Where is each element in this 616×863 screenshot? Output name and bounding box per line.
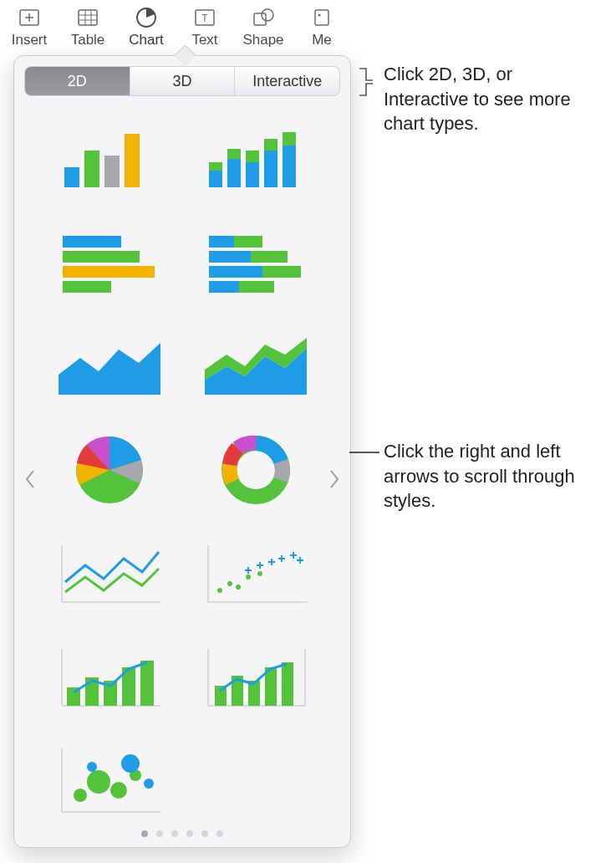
page-dot[interactable]: [156, 830, 163, 837]
text-icon: T: [176, 5, 234, 30]
svg-rect-37: [209, 266, 262, 278]
svg-point-54: [257, 571, 262, 576]
chart-grid: [48, 110, 317, 810]
svg-rect-29: [63, 236, 121, 248]
chart-two-axis[interactable]: [197, 636, 314, 719]
svg-point-50: [217, 588, 222, 593]
chart-popover: 2D 3D Interactive: [13, 55, 351, 848]
page-indicator: [14, 830, 350, 837]
svg-rect-22: [227, 149, 241, 159]
chart-scatter[interactable]: [197, 532, 314, 615]
svg-rect-27: [283, 146, 296, 187]
page-dot[interactable]: [186, 830, 193, 837]
svg-rect-24: [246, 151, 259, 162]
toolbar-shape[interactable]: Shape: [234, 5, 293, 49]
table-icon: [59, 5, 117, 30]
svg-rect-18: [125, 134, 140, 187]
svg-point-51: [227, 581, 232, 586]
svg-rect-13: [315, 10, 328, 25]
chart-bubble[interactable]: [51, 739, 168, 823]
svg-rect-39: [209, 281, 239, 293]
callout-leader-line: [349, 452, 379, 453]
svg-point-86: [110, 782, 127, 799]
toolbar-insert[interactable]: Insert: [0, 5, 59, 49]
chart-pie[interactable]: [51, 428, 168, 512]
svg-rect-20: [209, 162, 222, 171]
chart-line[interactable]: [51, 532, 168, 615]
svg-point-53: [246, 574, 251, 580]
svg-rect-15: [64, 167, 79, 187]
toolbar: Insert Table Chart T Text Shape Me: [0, 0, 359, 52]
toolbar-text[interactable]: T Text: [176, 5, 234, 49]
svg-point-84: [74, 789, 87, 802]
media-icon: [293, 5, 351, 30]
next-style-arrow[interactable]: [322, 454, 347, 504]
svg-rect-25: [264, 151, 277, 187]
tab-3d[interactable]: 3D: [130, 67, 235, 95]
insert-icon: [0, 5, 59, 30]
svg-rect-32: [63, 281, 111, 293]
svg-marker-41: [59, 343, 160, 395]
chart-mixed[interactable]: [51, 636, 168, 719]
page-dot[interactable]: [201, 830, 208, 837]
svg-rect-40: [239, 281, 274, 293]
svg-point-52: [236, 585, 241, 590]
svg-rect-73: [140, 661, 154, 706]
chart-grid-area: [14, 103, 350, 817]
svg-rect-81: [282, 662, 293, 706]
svg-rect-34: [234, 236, 262, 248]
callout-tabs: Click 2D, 3D, or Interactive to see more…: [384, 62, 601, 136]
chart-stacked-area[interactable]: [197, 324, 314, 408]
chart-type-tabs: 2D 3D Interactive: [24, 66, 340, 96]
svg-rect-31: [63, 266, 155, 278]
toolbar-media[interactable]: Me: [293, 5, 351, 49]
callout-arrows: Click the right and left arrows to scrol…: [384, 439, 601, 513]
svg-rect-28: [283, 132, 296, 146]
tab-interactive[interactable]: Interactive: [234, 67, 339, 95]
chart-stacked-bar[interactable]: [197, 221, 314, 304]
page-dot[interactable]: [171, 830, 178, 837]
svg-point-12: [262, 9, 273, 21]
svg-text:T: T: [201, 13, 208, 24]
chart-bar[interactable]: [51, 221, 168, 304]
toolbar-shape-label: Shape: [234, 32, 293, 49]
toolbar-table-label: Table: [59, 32, 117, 49]
svg-rect-23: [246, 162, 259, 187]
svg-point-14: [318, 13, 320, 16]
svg-point-85: [87, 770, 110, 794]
toolbar-chart-label: Chart: [117, 32, 176, 49]
svg-point-90: [144, 779, 154, 789]
svg-rect-19: [209, 171, 222, 187]
toolbar-chart[interactable]: Chart: [117, 5, 176, 49]
prev-style-arrow[interactable]: [18, 454, 43, 504]
svg-rect-26: [264, 139, 277, 151]
svg-rect-16: [84, 151, 99, 187]
svg-rect-35: [209, 251, 251, 263]
svg-rect-38: [262, 266, 301, 278]
chart-donut[interactable]: [197, 428, 314, 512]
svg-rect-33: [209, 236, 234, 248]
toolbar-table[interactable]: Table: [59, 5, 117, 49]
tab-2d[interactable]: 2D: [25, 67, 130, 95]
svg-rect-21: [227, 159, 241, 187]
shape-icon: [234, 5, 293, 30]
callout-bracket-icon: [358, 67, 376, 97]
svg-rect-3: [79, 10, 97, 25]
svg-rect-30: [63, 251, 140, 263]
chart-stacked-column[interactable]: [197, 117, 314, 201]
chart-icon: [117, 5, 176, 30]
svg-point-88: [87, 762, 97, 772]
chart-area[interactable]: [51, 324, 168, 408]
page-dot[interactable]: [216, 830, 223, 837]
toolbar-insert-label: Insert: [0, 32, 59, 49]
svg-rect-36: [251, 251, 288, 263]
svg-point-89: [121, 754, 140, 773]
page-dot[interactable]: [141, 830, 148, 837]
chart-column[interactable]: [51, 117, 168, 201]
toolbar-media-label: Me: [293, 32, 351, 49]
svg-rect-17: [104, 156, 120, 187]
